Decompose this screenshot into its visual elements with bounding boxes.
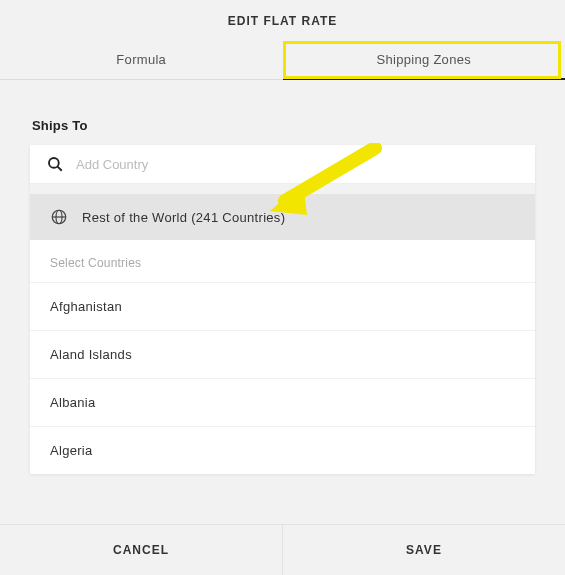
country-option[interactable]: Afghanistan [30,282,535,330]
svg-line-1 [58,167,62,171]
select-countries-heading: Select Countries [30,240,535,282]
cancel-button[interactable]: CANCEL [0,525,283,575]
rest-of-world-option[interactable]: Rest of the World (241 Countries) [30,194,535,240]
tab-formula[interactable]: Formula [0,40,283,79]
search-icon [46,155,64,173]
save-button[interactable]: SAVE [283,525,565,575]
search-row[interactable] [30,145,535,184]
ships-to-heading: Ships To [32,118,535,133]
svg-point-0 [49,158,59,168]
country-list-panel: Rest of the World (241 Countries) Select… [30,145,535,474]
active-tab-indicator [283,78,566,80]
rest-of-world-label: Rest of the World (241 Countries) [82,210,285,225]
tabs-bar: Formula Shipping Zones [0,40,565,80]
panel-divider [30,184,535,194]
country-option[interactable]: Algeria [30,426,535,474]
page-title: EDIT FLAT RATE [0,0,565,40]
footer-bar: CANCEL SAVE [0,524,565,575]
add-country-input[interactable] [76,157,519,172]
country-option[interactable]: Albania [30,378,535,426]
globe-icon [50,208,68,226]
country-option[interactable]: Aland Islands [30,330,535,378]
tab-shipping-zones[interactable]: Shipping Zones [283,40,566,79]
